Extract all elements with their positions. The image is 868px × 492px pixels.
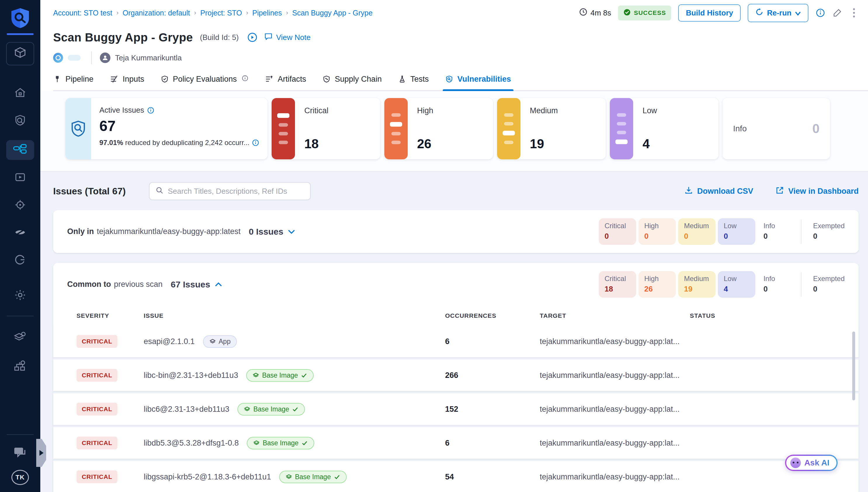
svg-text:?: ? <box>17 448 20 454</box>
group-count-toggle[interactable]: 0 Issues <box>249 227 295 237</box>
breadcrumb-organization[interactable]: Organization: default <box>123 9 190 17</box>
tab-pipeline[interactable]: Pipeline <box>53 68 93 91</box>
low-value: 4 <box>642 137 657 151</box>
breadcrumb-separator: › <box>246 9 248 17</box>
sidebar-item-pipelines[interactable] <box>6 140 34 160</box>
sidebar-item-home[interactable] <box>6 85 34 103</box>
breadcrumb-pipelines[interactable]: Pipelines <box>252 9 282 17</box>
app-root: ? TK Account: STO test› Organization: de… <box>0 0 868 492</box>
sidebar-item-targets[interactable] <box>6 197 34 215</box>
shield-search-icon <box>65 98 91 159</box>
build-duration: 4m 8s <box>579 7 611 18</box>
tab-artifacts[interactable]: Artifacts <box>265 68 306 91</box>
target: tejakummarikuntla/easy-buggy-app:lat... <box>540 337 690 346</box>
tab-vulnerabilities[interactable]: Vulnerabilities <box>445 68 511 91</box>
tab-tests[interactable]: Tests <box>398 68 429 91</box>
sidebar-item-exemptions[interactable] <box>6 225 34 242</box>
table-row[interactable]: CRITICAL libgssapi-krb5-2@1.18.3-6+deb11… <box>53 461 859 492</box>
sidebar-item-getting-started[interactable] <box>6 252 34 270</box>
critical-card: Critical18 <box>272 98 380 159</box>
refresh-icon <box>755 8 764 18</box>
sidebar-item-infrastructure[interactable] <box>6 358 34 376</box>
download-csv-link[interactable]: Download CSV <box>684 186 753 197</box>
policy-tab-icon <box>161 75 169 83</box>
rerun-button[interactable]: Re-run <box>748 4 808 22</box>
pill-critical: Critical0 <box>599 218 636 245</box>
occurrences: 6 <box>445 337 540 346</box>
stage-status-icon[interactable] <box>53 53 63 63</box>
group-scope-label: Common toprevious scan <box>67 280 163 289</box>
cube-icon <box>14 46 27 61</box>
pill-low: Low0 <box>718 218 755 245</box>
status-badge: SUCCESS <box>618 5 671 20</box>
vulnerabilities-tab-icon <box>445 75 453 83</box>
issues-search[interactable] <box>149 182 311 200</box>
medium-label: Medium <box>530 106 558 115</box>
issue-name: libgssapi-krb5-2@1.18.3-6+deb11u1 <box>144 472 271 482</box>
pill-exempted: Exempted0 <box>807 271 850 298</box>
tab-policy-evaluations[interactable]: Policy Evaluations <box>161 68 249 91</box>
check-circle-icon <box>623 8 631 18</box>
search-input[interactable] <box>168 187 304 196</box>
user-avatar[interactable]: TK <box>11 470 29 485</box>
table-row[interactable]: CRITICAL libc6@2.31-13+deb11u3 Base Imag… <box>53 393 859 425</box>
pipeline-tab-icon <box>53 75 61 83</box>
sidebar-item-executions[interactable] <box>6 170 34 187</box>
sidebar-divider <box>7 316 33 316</box>
breadcrumb-account[interactable]: Account: STO test <box>53 9 112 17</box>
logo-underline <box>7 33 33 35</box>
low-card: Low4 <box>610 98 719 159</box>
severity-pills: Critical0 High0 Medium0 Low0 Info0 Exemp… <box>599 218 850 245</box>
sidebar-nav-secondary <box>6 329 34 376</box>
breadcrumb-current[interactable]: Scan Buggy App - Grype <box>292 9 373 17</box>
severity-badge: CRITICAL <box>76 369 117 382</box>
table-row[interactable]: CRITICAL libc-bin@2.31-13+deb11u3 Base I… <box>53 360 859 391</box>
base-image-tag: Base Image <box>279 471 347 483</box>
table-row[interactable]: CRITICAL libdb5.3@5.3.28+dfsg1-0.8 Base … <box>53 427 859 459</box>
info-icon[interactable] <box>147 106 155 114</box>
column-severity: SEVERITY <box>76 312 144 319</box>
column-target: TARGET <box>540 312 690 319</box>
replay-icon[interactable] <box>247 32 258 43</box>
sidebar-item-settings[interactable] <box>14 288 27 304</box>
edit-pipeline-button[interactable] <box>832 8 842 18</box>
sidebar: ? TK <box>0 0 40 492</box>
ai-bot-icon <box>790 458 801 468</box>
tab-inputs[interactable]: Inputs <box>110 68 144 91</box>
module-selector-button[interactable] <box>6 42 34 65</box>
tab-supply-chain[interactable]: Supply Chain <box>323 68 382 91</box>
page-title: Scan Buggy App - Grype <box>53 31 193 44</box>
target: tejakummarikuntla/easy-buggy-app:lat... <box>540 472 690 482</box>
severity-badge: CRITICAL <box>76 403 117 416</box>
pill-divider <box>801 219 801 244</box>
view-in-dashboard-link[interactable]: View in Dashboard <box>775 186 859 197</box>
info-button[interactable] <box>816 8 825 18</box>
table-row[interactable]: CRITICAL esapi@2.1.0.1 App 6 tejakummari… <box>53 326 859 357</box>
breadcrumb-project[interactable]: Project: STO <box>201 9 242 17</box>
occurrences: 6 <box>445 439 540 448</box>
sidebar-divider-bottom <box>7 434 33 435</box>
active-issues-value: 67 <box>99 118 259 134</box>
sidebar-item-environments[interactable] <box>6 329 34 347</box>
sidebar-item-overview[interactable] <box>6 113 34 130</box>
help-button[interactable]: ? <box>13 445 28 462</box>
group-count-toggle[interactable]: 67 Issues <box>171 279 222 290</box>
issue-name: libdb5.3@5.3.28+dfsg1-0.8 <box>144 439 239 448</box>
ask-ai-button[interactable]: Ask AI <box>785 454 838 471</box>
chevron-up-icon <box>215 282 222 287</box>
severity-meter-medium <box>497 98 520 159</box>
severity-meter-critical <box>272 98 295 159</box>
view-note-link[interactable]: View Note <box>264 32 310 43</box>
issue-name: libc6@2.31-13+deb11u3 <box>144 405 229 414</box>
info-icon[interactable] <box>252 139 259 147</box>
expand-arrow-icon <box>40 450 44 456</box>
pill-critical: Critical18 <box>599 271 636 298</box>
artifacts-tab-icon <box>265 75 274 83</box>
sidebar-nav <box>6 85 34 270</box>
issue-name: esapi@2.1.0.1 <box>144 337 195 346</box>
author-name: Teja Kummarikuntla <box>115 53 182 63</box>
high-card: High26 <box>384 98 493 159</box>
build-history-button[interactable]: Build History <box>678 4 741 22</box>
table-scrollbar[interactable] <box>852 331 855 400</box>
more-options-button[interactable] <box>849 7 859 18</box>
